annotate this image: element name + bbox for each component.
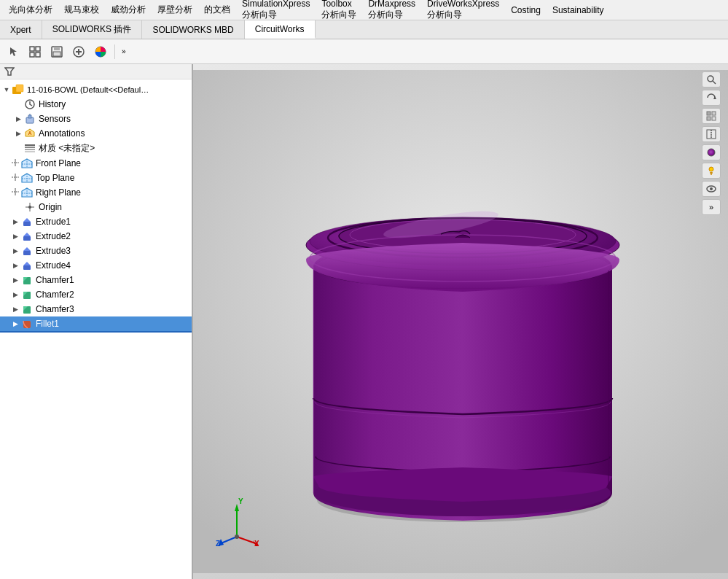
extrude2-label: Extrude2 <box>36 231 71 241</box>
display-style-btn[interactable] <box>702 144 721 160</box>
extrude4-expand-icon[interactable]: ▶ <box>10 262 20 269</box>
svg-marker-80 <box>713 96 716 99</box>
fillet1-underline <box>0 331 192 333</box>
svg-rect-0 <box>30 47 34 51</box>
toolbar-add-btn[interactable] <box>69 42 89 62</box>
zoom-to-fit-btn[interactable] <box>702 71 721 88</box>
menu-drmax[interactable]: DrMaxpress分析向导 <box>362 0 421 24</box>
tree-item-right-plane[interactable]: Right Plane <box>0 185 192 200</box>
tree-item-extrude3[interactable]: ▶ Extrude3 <box>0 244 192 258</box>
chamfer2-expand-icon[interactable]: ▶ <box>10 291 20 298</box>
svg-rect-42 <box>23 222 31 226</box>
menu-sustainability[interactable]: Sustainability <box>547 2 610 18</box>
menu-toolbox[interactable]: Toolbox分析向导 <box>316 0 362 24</box>
svg-marker-49 <box>23 262 31 265</box>
svg-rect-46 <box>23 251 31 255</box>
menu-driveworks[interactable]: DriveWorksXpress分析向导 <box>421 0 505 24</box>
front-plane-expand-icon <box>10 159 20 168</box>
chamfer1-expand-icon[interactable]: ▶ <box>10 276 20 284</box>
annotations-label: Annotations <box>39 128 85 139</box>
extrude3-label: Extrude3 <box>36 246 71 256</box>
view-orientation-btn[interactable] <box>702 108 721 124</box>
menu-costing[interactable]: Costing <box>505 2 547 18</box>
rotate-view-btn[interactable] <box>702 90 721 106</box>
extrude1-icon <box>20 216 34 228</box>
tree-item-annotations[interactable]: ▶ A Annotations <box>0 126 192 141</box>
menu-thickness[interactable]: 厚壁分析 <box>152 1 198 19</box>
top-plane-icon <box>20 172 34 184</box>
fillet1-icon <box>20 318 34 330</box>
tree-root-item[interactable]: ▼ 11-016-BOWL (Default<<Default>_D <box>0 82 192 97</box>
axis-indicator: Y X Z <box>215 497 259 550</box>
viewport-canvas <box>193 64 728 579</box>
history-icon <box>23 98 36 110</box>
svg-rect-6 <box>53 52 60 56</box>
right-plane-icon <box>20 187 34 198</box>
menu-bar: 光向体分析 规马束校 威劲分析 厚壁分析 的文档 SimulationXpres… <box>0 0 728 20</box>
chamfer3-icon <box>20 303 34 315</box>
menu-force[interactable]: 威劲分析 <box>105 1 152 19</box>
more-tools-btn[interactable]: » <box>702 199 721 215</box>
annotations-expand-icon[interactable]: ▶ <box>13 130 23 137</box>
root-label: 11-016-BOWL (Default<<Default>_D <box>27 85 151 94</box>
origin-label: Origin <box>39 202 62 212</box>
tree-item-chamfer3[interactable]: ▶ Chamfer3 <box>0 302 192 316</box>
tab-solidworks-plugins[interactable]: SOLIDWORKS 插件 <box>42 20 143 39</box>
tree-item-front-plane[interactable]: Front Plane <box>0 156 192 171</box>
svg-rect-21 <box>25 149 35 150</box>
material-label: 材质 <未指定> <box>39 142 95 155</box>
toolbar-grid-btn[interactable] <box>25 42 45 62</box>
tab-circuitworks[interactable]: CircuitWorks <box>245 20 316 39</box>
svg-point-88 <box>709 167 713 171</box>
menu-optical[interactable]: 光向体分析 <box>3 1 58 19</box>
filter-bar <box>0 64 192 79</box>
origin-icon <box>23 201 36 213</box>
tree-item-extrude4[interactable]: ▶ Extrude4 <box>0 258 192 273</box>
section-view-btn[interactable] <box>702 126 721 142</box>
tree-item-top-plane[interactable]: Top Plane <box>0 171 192 185</box>
tree-item-origin[interactable]: ▶ Origin <box>0 200 192 214</box>
sensors-expand-icon[interactable]: ▶ <box>13 115 23 123</box>
tree-item-chamfer2[interactable]: ▶ Chamfer2 <box>0 287 192 302</box>
menu-doc[interactable]: 的文档 <box>198 1 236 19</box>
filter-icon <box>4 66 15 77</box>
root-expand-icon[interactable]: ▼ <box>1 86 12 93</box>
toolbar-select-btn[interactable] <box>3 42 23 62</box>
tree-item-sensors[interactable]: ▶ Sensors <box>0 112 192 126</box>
tree-item-fillet1[interactable]: ▶ Fillet1 <box>0 316 192 331</box>
tree-item-history[interactable]: ▶ History <box>0 97 192 112</box>
lighting-btn[interactable] <box>702 163 721 179</box>
toolbar-save-btn[interactable] <box>47 42 67 62</box>
tab-xpert[interactable]: Xpert <box>0 20 42 39</box>
fillet1-label: Fillet1 <box>36 319 59 329</box>
svg-text:Y: Y <box>238 497 243 505</box>
panel-resize-handle[interactable] <box>188 64 192 579</box>
front-plane-label: Front Plane <box>36 158 81 168</box>
toolbar-more-btn[interactable]: » <box>119 47 129 55</box>
svg-rect-13 <box>16 85 23 92</box>
toolbar-sep-1 <box>114 44 115 59</box>
chamfer3-expand-icon[interactable]: ▶ <box>10 306 20 313</box>
extrude1-expand-icon[interactable]: ▶ <box>10 218 20 225</box>
svg-rect-1 <box>36 47 40 51</box>
svg-rect-44 <box>23 236 31 241</box>
extrude3-expand-icon[interactable]: ▶ <box>10 247 20 254</box>
tree-item-material[interactable]: ▶ 材质 <未指定> <box>0 141 192 156</box>
toolbar-appearance-btn[interactable] <box>90 42 111 62</box>
extrude2-expand-icon[interactable]: ▶ <box>10 233 20 240</box>
viewport[interactable]: Y X Z <box>193 64 728 579</box>
menu-rules[interactable]: 规马束校 <box>58 1 105 19</box>
tab-solidworks-mbd[interactable]: SOLIDWORKS MBD <box>142 20 244 39</box>
chamfer2-icon <box>20 289 34 300</box>
sensors-icon <box>23 113 36 125</box>
root-part-icon <box>12 84 25 96</box>
hide-show-btn[interactable] <box>702 181 721 197</box>
tree-item-chamfer1[interactable]: ▶ Chamfer1 <box>0 273 192 287</box>
top-plane-label: Top Plane <box>36 173 74 183</box>
front-plane-icon <box>20 158 34 169</box>
tree-item-extrude2[interactable]: ▶ Extrude2 <box>0 229 192 244</box>
tree-item-extrude1[interactable]: ▶ Extrude1 <box>0 214 192 229</box>
svg-rect-3 <box>36 53 40 57</box>
material-icon <box>23 143 36 155</box>
fillet1-expand-icon[interactable]: ▶ <box>10 320 20 327</box>
